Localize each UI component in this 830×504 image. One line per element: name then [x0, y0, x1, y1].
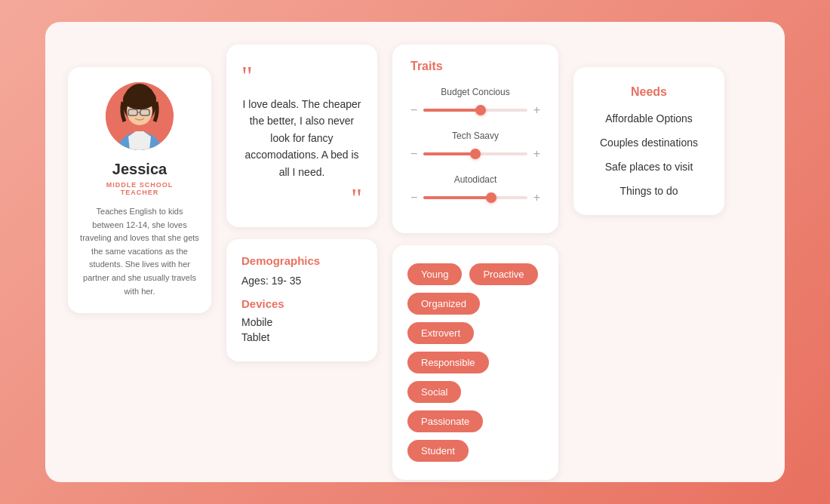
svg-point-8 — [123, 88, 156, 109]
quote-close-mark: " — [241, 185, 362, 212]
quote-card: " I love deals. The cheaper the better, … — [226, 45, 377, 227]
slider-track — [423, 152, 527, 155]
avatar — [106, 82, 174, 150]
middle-column: " I love deals. The cheaper the better, … — [226, 45, 377, 361]
tag-proactive: Proactive — [469, 263, 537, 285]
traits-card: Traits Budget Concious − + Tech Saavy − — [392, 45, 558, 233]
quote-open-mark: " — [241, 63, 362, 90]
traits-tags-column: Traits Budget Concious − + Tech Saavy − — [392, 45, 558, 480]
quote-text: I love deals. The cheaper the better, I … — [241, 96, 362, 180]
tag-responsible: Responsible — [407, 352, 489, 373]
demographics-title: Demographics — [241, 254, 362, 267]
traits-title: Traits — [410, 60, 540, 73]
slider-plus-icon: + — [533, 147, 540, 161]
profile-bio: Teaches English to kids between 12-14, s… — [80, 205, 199, 298]
devices-list: Mobile Tablet — [241, 316, 362, 343]
slider-plus-icon: + — [533, 191, 540, 204]
trait-auto-slider: − + — [410, 191, 540, 204]
trait-budget: Budget Concious − + — [410, 87, 540, 117]
needs-safe: Safe places to visit — [595, 161, 703, 173]
tag-student: Student — [407, 440, 469, 462]
needs-affordable: Affordable Options — [595, 112, 703, 124]
main-container: Jessica MIDDLE SCHOOL TEACHER Teaches En… — [45, 22, 785, 482]
device-tablet: Tablet — [241, 331, 362, 343]
profile-card: Jessica MIDDLE SCHOOL TEACHER Teaches En… — [68, 67, 211, 313]
trait-auto: Autodidact − + — [410, 174, 540, 204]
tag-social: Social — [407, 381, 461, 403]
needs-card: Needs Affordable Options Couples destina… — [573, 67, 724, 215]
tag-young: Young — [407, 263, 462, 285]
trait-budget-slider: − + — [410, 103, 540, 117]
needs-things: Things to do — [595, 185, 703, 197]
slider-track — [423, 196, 527, 199]
slider-track — [423, 109, 527, 112]
needs-title: Needs — [595, 85, 703, 99]
trait-tech-label: Tech Saavy — [410, 131, 540, 141]
tag-extrovert: Extrovert — [407, 322, 474, 344]
trait-auto-label: Autodidact — [410, 174, 540, 185]
tag-passionate: Passionate — [407, 410, 483, 432]
svg-rect-7 — [140, 109, 149, 115]
slider-minus-icon: − — [410, 191, 417, 204]
needs-couples: Couples destinations — [595, 137, 703, 149]
tag-organized: Organized — [407, 293, 480, 315]
trait-tech-slider: − + — [410, 147, 540, 161]
trait-tech: Tech Saavy − + — [410, 131, 540, 161]
device-mobile: Mobile — [241, 316, 362, 328]
slider-minus-icon: − — [410, 103, 417, 117]
trait-budget-label: Budget Concious — [410, 87, 540, 97]
svg-rect-6 — [128, 109, 137, 115]
tags-list: Young Proactive Organized Extrovert Resp… — [407, 263, 543, 462]
profile-name: Jessica — [112, 161, 167, 178]
profile-role: MIDDLE SCHOOL TEACHER — [106, 181, 174, 196]
slider-minus-icon: − — [410, 147, 417, 161]
demographics-ages: Ages: 19- 35 — [241, 275, 362, 287]
demographics-card: Demographics Ages: 19- 35 Devices Mobile… — [226, 239, 377, 361]
tags-card: Young Proactive Organized Extrovert Resp… — [392, 245, 558, 480]
slider-plus-icon: + — [533, 103, 540, 117]
devices-title: Devices — [241, 297, 362, 310]
